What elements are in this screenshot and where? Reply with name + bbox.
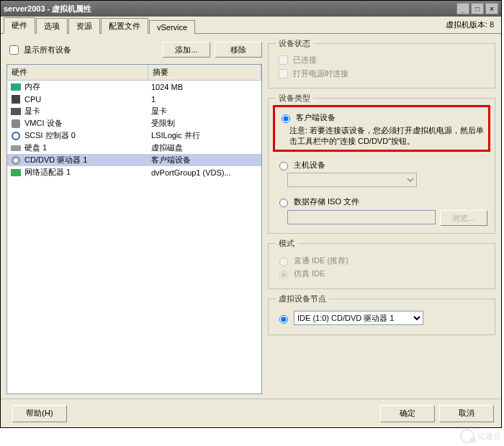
col-hardware[interactable]: 硬件 — [7, 65, 148, 80]
cd-icon — [10, 155, 22, 166]
hardware-row[interactable]: VMCI 设备受限制 — [7, 117, 261, 129]
hw-summary: 1024 MB — [151, 83, 261, 91]
col-summary[interactable]: 摘要 — [148, 65, 261, 80]
hw-summary: 虚拟磁盘 — [151, 142, 261, 153]
emulate-label: 仿真 IDE — [294, 268, 325, 279]
hw-summary: dvPortGroup1 (VDS)... — [151, 168, 261, 177]
vm-version-label: 虚拟机版本: 8 — [446, 19, 494, 30]
watermark-text: 亿速云 — [477, 431, 501, 442]
connect-poweron-label: 打开电源时连接 — [293, 68, 348, 79]
hardware-row[interactable]: 内存1024 MB — [7, 81, 261, 93]
help-button[interactable]: 帮助(H) — [12, 405, 67, 422]
close-button[interactable]: × — [485, 3, 498, 14]
hw-name: CD/DVD 驱动器 1 — [24, 155, 151, 165]
ok-button[interactable]: 确定 — [380, 405, 435, 422]
tab-profiles[interactable]: 配置文件 — [101, 18, 148, 34]
titlebar: server2003 - 虚拟机属性 _ □ × — [1, 1, 501, 17]
device-type-legend: 设备类型 — [276, 93, 313, 104]
virtual-node-group: 虚拟设备节点 IDE (1:0) CD/DVD 驱动器 1 — [268, 293, 495, 335]
tab-resources[interactable]: 资源 — [68, 18, 100, 34]
hw-summary: LSILogic 并行 — [151, 130, 261, 141]
connect-poweron-checkbox: 打开电源时连接 — [276, 67, 487, 81]
maximize-button[interactable]: □ — [471, 3, 484, 14]
vmci-icon — [10, 118, 22, 129]
device-type-group: 设备类型 客户端设备 注意: 若要连接该设备，您必须打开虚拟机电源，然后单击工具… — [268, 93, 495, 234]
mem-icon — [10, 81, 22, 93]
vid-icon — [10, 106, 22, 117]
client-device-input[interactable] — [282, 114, 290, 123]
highlight-annotation: 客户端设备 注意: 若要连接该设备，您必须打开虚拟机电源，然后单击工具栏中的"连… — [273, 105, 490, 152]
hardware-row[interactable]: 显卡显卡 — [7, 105, 261, 117]
hw-summary: 显卡 — [151, 106, 261, 117]
connected-label: 已连接 — [293, 55, 317, 65]
hw-name: 硬盘 1 — [24, 142, 151, 153]
hw-summary: 受限制 — [151, 118, 261, 129]
tab-options[interactable]: 选项 — [36, 18, 68, 34]
net-icon — [10, 167, 22, 178]
minimize-button[interactable]: _ — [456, 3, 469, 14]
emulate-radio: 仿真 IDE — [276, 268, 487, 279]
tab-vservice[interactable]: vService — [149, 20, 195, 34]
client-device-note: 注意: 若要连接该设备，您必须打开虚拟机电源，然后单击工具栏中的"连接 CD/D… — [289, 125, 485, 147]
tab-hardware[interactable]: 硬件 — [4, 17, 35, 34]
passthrough-input — [279, 258, 288, 266]
host-device-label: 主机设备 — [294, 160, 325, 170]
hardware-list-header: 硬件 摘要 — [7, 65, 261, 81]
client-device-radio[interactable]: 客户端设备 — [278, 112, 485, 123]
passthrough-label: 直通 IDE (推荐) — [294, 255, 348, 266]
hardware-list: 硬件 摘要 内存1024 MBCPU1显卡显卡VMCI 设备受限制SCSI 控制… — [6, 64, 262, 394]
device-status-legend: 设备状态 — [276, 38, 313, 49]
browse-button: 浏览... — [440, 210, 487, 226]
hw-name: 显卡 — [24, 106, 151, 117]
hardware-row[interactable]: CD/DVD 驱动器 1客户端设备 — [7, 154, 261, 166]
connected-input — [279, 55, 288, 65]
hw-name: CPU — [24, 95, 151, 104]
iso-path-input — [287, 210, 436, 224]
add-button[interactable]: 添加... — [163, 42, 210, 58]
hw-name: 网络适配器 1 — [24, 167, 151, 178]
scsi-icon — [10, 130, 22, 142]
cpu-icon — [10, 94, 22, 105]
show-all-devices-label: 显示所有设备 — [24, 45, 71, 55]
cancel-button[interactable]: 取消 — [439, 405, 494, 422]
show-all-devices-input[interactable] — [9, 45, 19, 55]
watermark: 亿速云 — [460, 429, 501, 443]
hardware-row[interactable]: CPU1 — [7, 93, 261, 105]
hw-name: 内存 — [24, 81, 151, 92]
device-status-group: 设备状态 已连接 打开电源时连接 — [268, 38, 495, 88]
disk-icon — [10, 142, 22, 154]
passthrough-radio: 直通 IDE (推荐) — [276, 255, 487, 266]
footer: 帮助(H) 确定 取消 — [1, 399, 501, 427]
tab-bar: 硬件 选项 资源 配置文件 vService 虚拟机版本: 8 — [1, 17, 501, 34]
mode-group: 模式 直通 IDE (推荐) 仿真 IDE — [268, 238, 495, 289]
host-device-radio[interactable]: 主机设备 — [276, 160, 487, 170]
iso-file-label: 数据存储 ISO 文件 — [294, 196, 359, 207]
hw-name: VMCI 设备 — [24, 118, 151, 129]
mode-legend: 模式 — [276, 238, 297, 249]
virtual-node-input[interactable] — [279, 315, 288, 324]
hw-summary: 客户端设备 — [151, 155, 261, 165]
emulate-input — [279, 270, 288, 279]
iso-file-radio[interactable]: 数据存储 ISO 文件 — [276, 196, 487, 207]
show-all-devices-checkbox[interactable]: 显示所有设备 — [6, 43, 71, 57]
window-title: server2003 - 虚拟机属性 — [4, 4, 455, 14]
virtual-node-legend: 虚拟设备节点 — [276, 293, 329, 304]
iso-file-input[interactable] — [279, 199, 288, 207]
host-device-input[interactable] — [279, 162, 288, 170]
hardware-row[interactable]: 硬盘 1虚拟磁盘 — [7, 142, 261, 154]
virtual-node-radio[interactable]: IDE (1:0) CD/DVD 驱动器 1 — [276, 311, 487, 325]
hardware-row[interactable]: 网络适配器 1dvPortGroup1 (VDS)... — [7, 166, 261, 178]
connect-poweron-input — [279, 69, 288, 78]
connected-checkbox: 已连接 — [276, 53, 487, 67]
remove-button[interactable]: 移除 — [215, 42, 262, 58]
virtual-node-select[interactable]: IDE (1:0) CD/DVD 驱动器 1 — [294, 311, 423, 325]
hw-name: SCSI 控制器 0 — [24, 130, 151, 141]
host-device-select — [287, 173, 417, 187]
client-device-label: 客户端设备 — [296, 112, 336, 123]
hardware-row[interactable]: SCSI 控制器 0LSILogic 并行 — [7, 129, 261, 142]
hw-summary: 1 — [151, 95, 261, 104]
watermark-icon — [460, 429, 474, 443]
